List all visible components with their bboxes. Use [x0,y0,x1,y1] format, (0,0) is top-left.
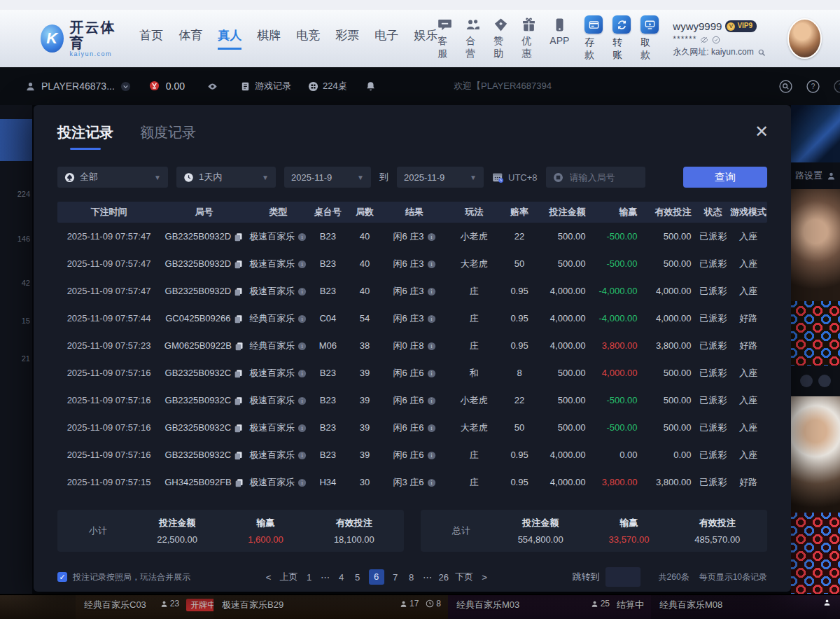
round-number-input[interactable] [568,172,641,183]
nav-item-体育[interactable]: 体育 [178,27,202,50]
road-settings[interactable]: 路设置 [791,162,840,189]
service-icon[interactable]: ? [834,80,840,93]
subtotal-winloss: 1,600.00 [221,534,309,545]
game-type: 极速百家乐i [248,285,309,298]
time-range-select[interactable]: 1天内 ▼ [176,167,276,188]
merge-checkbox[interactable]: ✓ [57,572,67,582]
page-item-⋯[interactable]: ⋯ [321,572,330,583]
browser-top-strip [0,0,840,10]
nav-item-电竞[interactable]: 电竞 [296,27,320,50]
info-icon: i [298,287,307,296]
live-dealer-video[interactable] [791,189,840,301]
category-select[interactable]: 全部 ▼ [57,167,168,188]
player-menu[interactable]: PLAYER46873... [25,81,131,92]
wallet-action-存款[interactable]: 存款 [584,15,603,62]
help-icon[interactable]: ? [806,80,820,93]
copy-icon[interactable] [234,424,243,433]
bet-amount: 4,000.00 [537,477,591,487]
copy-icon[interactable] [234,232,243,242]
page-item-⋯[interactable]: ⋯ [423,572,433,583]
status-badge: 已派彩 [697,394,730,407]
page-item-上页[interactable]: 上页 [280,571,298,583]
notifications-bell[interactable] [365,81,376,92]
quick-link-客服[interactable]: 客服 [438,18,452,60]
nav-item-娱乐[interactable]: 娱乐 [414,27,438,50]
game-record-link[interactable]: 游戏记录 [240,80,291,92]
page-item-5[interactable]: 5 [353,572,363,583]
win-loss: -500.00 [591,422,643,433]
lobby-table-经典百家乐M08[interactable]: 经典百家乐M08 [651,595,840,619]
vip-medal-icon: V [727,22,735,31]
magnifier-icon[interactable] [757,48,766,57]
quick-link-APP[interactable]: APP [550,18,569,60]
search-icon[interactable] [779,80,792,93]
status-badge: 已派彩 [697,340,730,352]
tables-count[interactable]: 224桌 [308,80,347,92]
lobby-table-极速百家乐B29[interactable]: 极速百家乐B29178 [214,595,448,619]
lobby-table-经典百家乐M03[interactable]: 经典百家乐M0325结算中 [448,595,651,619]
user-avatar[interactable] [788,18,822,59]
nav-item-电子[interactable]: 电子 [374,27,398,50]
page-item-6[interactable]: 6 [369,569,384,585]
roadmap-beads [791,513,840,594]
table-badges [791,366,840,396]
round-id: GB2325B0932C [160,395,248,405]
site-logo[interactable]: K 开云体育 kaiyun.com [41,20,120,57]
wallet-action-转账[interactable]: 转账 [612,15,631,62]
quick-link-合营[interactable]: 合营 [465,18,480,60]
nav-item-彩票[interactable]: 彩票 [335,27,359,50]
diamond-icon [493,18,508,32]
svg-text:i: i [430,370,432,377]
quick-link-优惠[interactable]: 优惠 [522,18,536,60]
odds: 22 [502,231,538,242]
balance-display[interactable]: 0.00 [149,81,185,92]
search-button[interactable]: 查询 [683,167,767,188]
copy-icon[interactable] [234,396,243,405]
copy-icon[interactable] [234,369,243,378]
bet-amount: 4,000.00 [537,313,591,324]
page-item-下页[interactable]: 下页 [455,571,473,583]
page-item-4[interactable]: 4 [337,572,346,583]
column-header: 有效投注 [643,206,696,218]
wallet-actions: 存款转账取款 [584,15,659,62]
page-item-26[interactable]: 26 [439,572,449,583]
tab-额度记录[interactable]: 额度记录 [140,123,196,150]
nav-item-首页[interactable]: 首页 [139,27,163,50]
tab-投注记录[interactable]: 投注记录 [57,123,113,150]
page-item-<[interactable]: < [264,572,274,583]
page-item-1[interactable]: 1 [304,572,314,583]
copy-icon[interactable] [234,314,243,324]
bet-time: 2025-11-09 07:57:44 [57,313,160,324]
live-dealer-video[interactable] [791,396,840,513]
copy-icon[interactable] [234,342,244,351]
svg-text:i: i [430,234,432,240]
chevron-down-icon[interactable] [120,81,131,92]
table-no: B23 [309,395,347,405]
copy-icon[interactable] [234,451,243,460]
page-item->[interactable]: > [479,572,489,583]
sidebar-selected-item[interactable] [0,119,32,161]
sidebar-count: 146 [18,235,30,243]
close-icon[interactable]: ✕ [755,123,769,140]
sidebar-count: 15 [22,317,30,325]
modal-footer: ✓ 投注记录按照局，玩法合并展示 <上页1⋯45678⋯26下页> 跳转到 共2… [57,567,767,587]
toggle-balance-visibility[interactable] [207,81,218,92]
quick-link-赞助[interactable]: 赞助 [493,18,508,60]
refresh-circle-icon[interactable] [712,36,720,44]
page-item-7[interactable]: 7 [391,572,400,583]
date-from-select[interactable]: 2025-11-9 ▼ [284,167,371,188]
copy-icon[interactable] [234,287,243,296]
wallet-action-取款[interactable]: 取款 [640,15,659,62]
date-to-select[interactable]: 2025-11-9 ▼ [397,167,484,188]
copy-icon[interactable] [234,260,243,269]
round-count: 40 [347,286,383,296]
nav-item-棋牌[interactable]: 棋牌 [257,27,281,50]
copy-icon[interactable] [234,478,244,487]
lobby-table-经典百家乐C03[interactable]: 经典百家乐C0323开牌中 [76,595,214,619]
jump-page-input[interactable] [606,567,640,587]
nav-item-真人[interactable]: 真人 [218,27,241,50]
status-badge: 已派彩 [697,312,730,325]
status-badge: 已派彩 [697,367,730,380]
page-item-8[interactable]: 8 [407,572,416,583]
eye-off-icon[interactable] [700,36,708,44]
